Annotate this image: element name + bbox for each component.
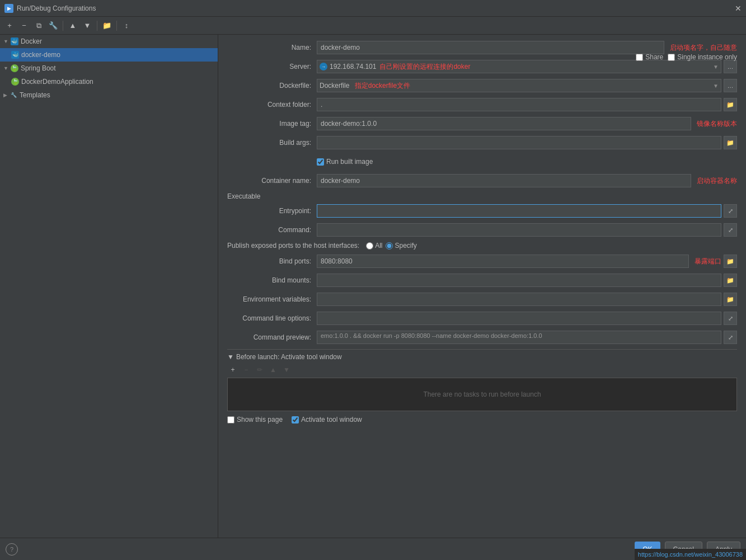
bind-mounts-browse-btn[interactable]: 📁 [724,274,737,287]
server-dropdown[interactable]: → 192.168.74.101 自己刚设置的远程连接的doker ▼ [317,60,721,73]
run-built-image-wrap[interactable]: Run built image [317,158,373,166]
before-launch-up-btn[interactable]: ▲ [268,364,279,375]
add-button[interactable]: + [3,20,16,32]
server-browse-btn[interactable]: … [724,60,737,73]
show-this-page-checkbox[interactable] [227,416,234,423]
wrench-button[interactable]: 🔧 [47,20,59,32]
single-instance-checkbox-wrap[interactable]: Single instance only [668,53,737,61]
dockerfile-annotation: 指定dockerfile文件 [355,82,410,90]
close-button[interactable]: ✕ [735,4,742,13]
dockerfile-dropdown[interactable]: Dockerfile 指定dockerfile文件 ▼ [317,79,721,92]
share-label: Share [645,53,663,61]
build-args-input[interactable] [317,136,721,149]
image-tag-input[interactable] [317,117,691,130]
before-launch-down-btn[interactable]: ▼ [281,364,292,375]
down-button[interactable]: ▼ [81,20,93,32]
spring-boot-arrow: ▼ [3,65,8,71]
cmd-preview-label: Command preview: [227,333,317,341]
templates-icon: 🔧 [10,91,17,99]
url-bar: https://blog.csdn.net/weixin_43006738 [635,549,746,560]
before-launch-add-btn[interactable]: + [227,364,238,375]
radio-specify-wrap[interactable]: Specify [386,242,416,250]
bind-ports-field: 暴露端口 📁 [317,255,737,268]
image-tag-label: Image tag: [227,120,317,128]
copy-button[interactable]: ⧉ [32,20,45,32]
bind-mounts-row: Bind mounts: 📁 [227,273,737,288]
right-panel: Share Single instance only Name: 启动项名字，自… [218,35,746,538]
server-field: → 192.168.74.101 自己刚设置的远程连接的doker ▼ … [317,60,737,73]
radio-all-wrap[interactable]: All [366,242,382,250]
context-folder-input[interactable] [317,98,721,111]
dockerfile-browse-btn[interactable]: … [724,79,737,92]
single-instance-checkbox[interactable] [668,54,675,61]
toolbar: + − ⧉ 🔧 ▲ ▼ 📁 ↕ [0,17,746,35]
before-launch-remove-btn[interactable]: − [241,364,252,375]
command-label: Command: [227,226,317,234]
folder-button[interactable]: 📁 [101,20,113,32]
spring-boot-app-label: DockerDemoApplication [21,78,93,86]
single-instance-label: Single instance only [677,53,737,61]
title-bar: ▶ Run/Debug Configurations ✕ [0,0,746,17]
image-tag-annotation: 镜像名称版本 [697,119,737,129]
url-text: https://blog.csdn.net/weixin_43006738 [638,551,743,558]
docker-arrow: ▼ [3,39,8,44]
run-built-image-checkbox[interactable] [317,158,324,166]
docker-demo-icon: 🐳 [11,51,19,59]
spring-boot-group[interactable]: ▼ 🍃 Spring Boot [0,62,218,75]
radio-all-label: All [375,242,382,250]
remove-button[interactable]: − [18,20,30,32]
name-annotation: 启动项名字，自己随意 [670,43,737,53]
cmdline-options-input[interactable] [317,312,721,325]
cmdline-options-label: Command line options: [227,314,317,322]
cmdline-options-expand-btn[interactable]: ⤢ [724,312,737,325]
radio-all[interactable] [366,242,373,250]
activate-tool-window-checkbox[interactable] [292,416,299,423]
templates-label: Templates [20,91,50,99]
docker-demo-item[interactable]: 🐳 docker-demo [0,48,218,62]
build-args-browse-btn[interactable]: 📁 [724,136,737,149]
sort-button[interactable]: ↕ [120,20,133,32]
docker-icon: 🐳 [11,37,18,45]
before-launch-header[interactable]: ▼ Before launch: Activate tool window [227,353,737,361]
show-this-page-wrap[interactable]: Show this page [227,416,283,423]
entrypoint-input[interactable] [317,204,721,218]
bind-ports-input[interactable] [317,255,689,268]
show-this-page-label: Show this page [237,416,283,423]
share-checkbox[interactable] [636,54,643,61]
run-built-image-label: Run built image [326,158,373,166]
window-title: Run/Debug Configurations [17,4,96,12]
radio-specify[interactable] [386,242,393,250]
context-folder-browse-btn[interactable]: 📁 [724,98,737,111]
entrypoint-expand-btn[interactable]: ⤢ [724,204,737,218]
name-field: 启动项名字，自己随意 [317,41,737,54]
context-folder-label: Context folder: [227,101,317,109]
docker-group[interactable]: ▼ 🐳 Docker [0,35,218,48]
cmd-preview-row: Command preview: emo:1.0.0 . && docker r… [227,330,737,345]
templates-item[interactable]: ▶ 🔧 Templates [0,88,218,102]
no-tasks-text: There are no tasks to run before launch [423,390,541,398]
dockerfile-value: Dockerfile [320,82,349,90]
bind-mounts-input[interactable] [317,274,721,287]
activate-tool-window-wrap[interactable]: Activate tool window [292,416,362,423]
env-vars-browse-btn[interactable]: 📁 [724,293,737,306]
share-checkbox-wrap[interactable]: Share [636,53,663,61]
before-launch-edit-btn[interactable]: ✏ [254,364,265,375]
server-annotation: 自己刚设置的远程连接的doker [379,62,470,72]
command-row: Command: ⤢ [227,223,737,237]
up-button[interactable]: ▲ [67,20,79,32]
context-folder-row: Context folder: 📁 [227,97,737,112]
spring-boot-label: Spring Boot [21,64,56,72]
cmdline-options-row: Command line options: ⤢ [227,311,737,326]
radio-specify-label: Specify [395,242,416,250]
help-button[interactable]: ? [6,543,18,556]
env-vars-input[interactable] [317,293,721,306]
dockerfile-field: Dockerfile 指定dockerfile文件 ▼ … [317,79,737,92]
cmd-preview-expand-btn[interactable]: ⤢ [724,331,737,344]
command-expand-btn[interactable]: ⤢ [724,223,737,237]
container-name-input[interactable] [317,174,691,187]
spring-boot-app-item[interactable]: 🍃 DockerDemoApplication [0,75,218,88]
bind-ports-browse-btn[interactable]: 📁 [724,255,737,268]
command-input[interactable] [317,223,721,237]
name-input[interactable] [317,41,664,54]
separator-2 [97,21,97,31]
